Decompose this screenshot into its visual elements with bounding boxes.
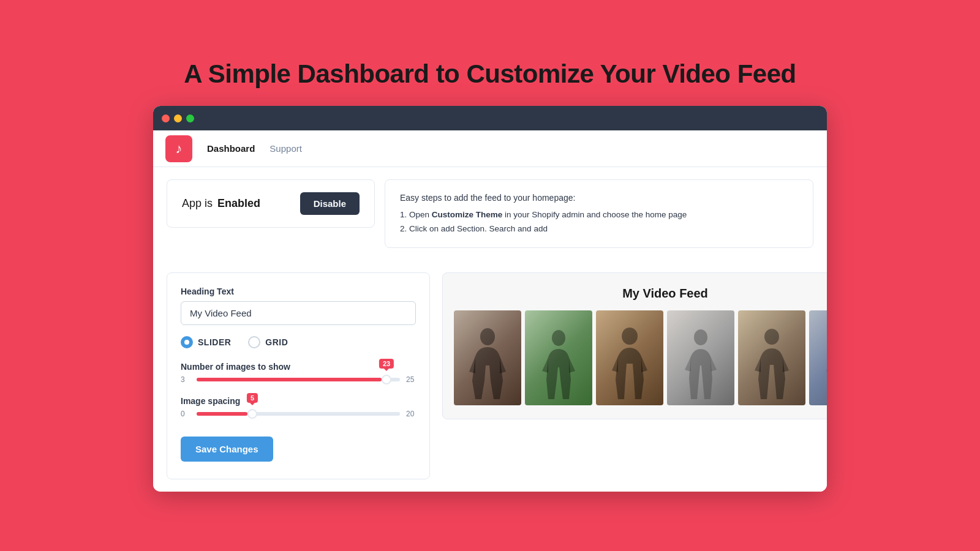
svg-point-4 <box>764 329 779 345</box>
num-images-slider-row: 3 23 25 <box>181 375 416 384</box>
image-spacing-min: 0 <box>181 410 190 418</box>
app-logo: ♪ <box>165 135 192 162</box>
image-spacing-max: 20 <box>406 410 416 418</box>
thumb-inner-1 <box>454 310 521 405</box>
steps-intro: Easy steps to add the feed to your homep… <box>400 191 798 206</box>
video-thumb-4 <box>667 310 734 405</box>
video-thumb-1 <box>454 310 521 405</box>
num-images-section: Number of images to show 3 23 <box>181 362 416 384</box>
slider-radio-label: SLIDER <box>198 337 231 347</box>
radio-slider[interactable]: SLIDER <box>181 336 231 348</box>
num-images-min: 3 <box>181 375 190 384</box>
video-slider-container: › <box>454 310 827 405</box>
num-images-fill <box>197 378 382 381</box>
step-2: 2. Click on add Section. Search and add <box>400 222 798 236</box>
thumb-inner-5 <box>738 310 805 405</box>
status-text: App is Enabled <box>182 197 260 210</box>
thumb-inner-6 <box>809 310 827 405</box>
nav-links: Dashboard Support <box>207 141 302 156</box>
image-spacing-fill <box>197 412 247 416</box>
video-thumb-3 <box>596 310 663 405</box>
app-is-label: App is <box>182 197 213 210</box>
save-changes-button[interactable]: Save Changes <box>181 437 273 462</box>
step1-bold: Customize Theme <box>432 210 503 219</box>
minimize-icon[interactable] <box>174 114 182 122</box>
heading-text-input[interactable] <box>181 301 416 325</box>
person-silhouette-2 <box>537 326 580 399</box>
video-grid <box>454 310 827 405</box>
browser-content: ♪ Dashboard Support App is Enabled <box>153 130 827 492</box>
nav-support[interactable]: Support <box>270 141 302 156</box>
image-spacing-bubble: 5 <box>247 393 258 403</box>
browser-titlebar <box>153 106 827 130</box>
preview-title: My Video Feed <box>454 287 827 301</box>
num-images-max: 25 <box>406 375 416 384</box>
image-spacing-thumb[interactable] <box>247 409 257 419</box>
person-silhouette-6 <box>821 326 827 399</box>
settings-panel: Heading Text SLIDER GRID <box>167 272 430 479</box>
image-spacing-label: Image spacing <box>181 396 416 406</box>
main-content: App is Enabled Disable Easy steps to add… <box>153 167 827 492</box>
steps-col: Easy steps to add the feed to your homep… <box>385 179 813 260</box>
person-silhouette-4 <box>679 326 722 399</box>
video-thumb-5 <box>738 310 805 405</box>
browser-window: ♪ Dashboard Support App is Enabled <box>153 106 827 492</box>
image-spacing-track[interactable]: 5 <box>197 412 400 416</box>
top-section: App is Enabled Disable Easy steps to add… <box>167 179 813 260</box>
status-col: App is Enabled Disable <box>167 179 375 260</box>
person-silhouette-3 <box>608 326 651 399</box>
svg-point-2 <box>622 328 638 345</box>
nav-dashboard[interactable]: Dashboard <box>207 141 255 156</box>
video-thumb-2 <box>525 310 592 405</box>
thumb-inner-4 <box>667 310 734 405</box>
svg-point-3 <box>694 329 707 345</box>
status-bar: App is Enabled Disable <box>167 179 375 228</box>
page-headline: A Simple Dashboard to Customize Your Vid… <box>184 59 796 89</box>
radio-group: SLIDER GRID <box>181 336 416 348</box>
num-images-thumb[interactable] <box>382 375 391 384</box>
preview-panel: My Video Feed <box>442 272 827 419</box>
navbar: ♪ Dashboard Support <box>153 130 827 167</box>
num-images-bubble: 23 <box>379 359 394 369</box>
preview-col: My Video Feed <box>442 272 827 479</box>
person-silhouette-1 <box>466 326 509 399</box>
video-thumb-6 <box>809 310 827 405</box>
info-box: Easy steps to add the feed to your homep… <box>385 179 813 248</box>
tiktok-icon: ♪ <box>176 141 183 157</box>
thumb-inner-2 <box>525 310 592 405</box>
image-spacing-thumb-wrapper: 5 <box>247 409 257 419</box>
grid-radio-label: GRID <box>265 337 288 347</box>
step1-suffix: in your Shopify admin and choose the hom… <box>502 210 687 219</box>
thumb-inner-3 <box>596 310 663 405</box>
two-col: Heading Text SLIDER GRID <box>167 272 813 479</box>
settings-col: Heading Text SLIDER GRID <box>167 272 430 479</box>
num-images-thumb-wrapper: 23 <box>382 375 391 384</box>
num-images-track[interactable]: 23 <box>197 378 400 381</box>
step1-prefix: 1. Open <box>400 210 432 219</box>
close-icon[interactable] <box>162 114 170 122</box>
disable-button[interactable]: Disable <box>300 192 360 215</box>
image-spacing-section: Image spacing 0 5 20 <box>181 396 416 418</box>
slider-radio-circle[interactable] <box>181 336 193 348</box>
radio-grid[interactable]: GRID <box>248 336 288 348</box>
grid-radio-circle[interactable] <box>248 336 260 348</box>
maximize-icon[interactable] <box>186 114 194 122</box>
person-silhouette-5 <box>750 326 793 399</box>
image-spacing-slider-row: 0 5 20 <box>181 410 416 418</box>
step-1: 1. Open Customize Theme in your Shopify … <box>400 208 798 222</box>
heading-text-label: Heading Text <box>181 287 416 296</box>
status-word: Enabled <box>217 197 260 210</box>
svg-point-0 <box>480 328 495 345</box>
svg-point-1 <box>552 330 565 346</box>
